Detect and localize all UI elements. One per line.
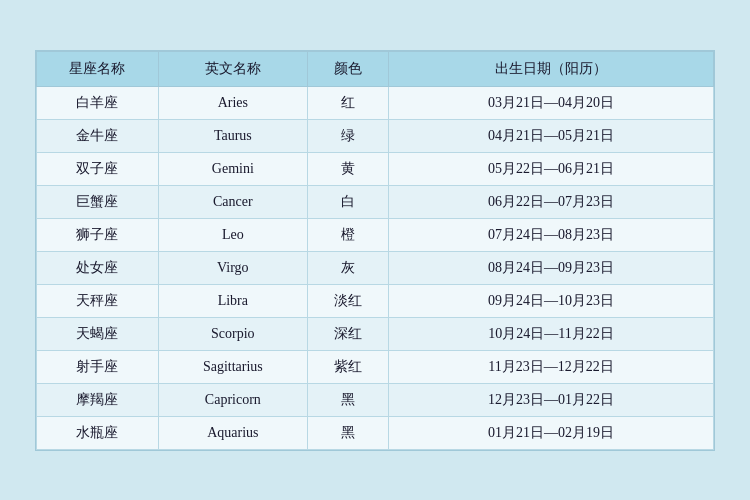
cell-chinese: 射手座 — [37, 350, 159, 383]
table-row: 天蝎座Scorpio深红10月24日—11月22日 — [37, 317, 714, 350]
cell-english: Virgo — [158, 251, 307, 284]
table-row: 天秤座Libra淡红09月24日—10月23日 — [37, 284, 714, 317]
cell-chinese: 摩羯座 — [37, 383, 159, 416]
table-row: 射手座Sagittarius紫红11月23日—12月22日 — [37, 350, 714, 383]
cell-english: Sagittarius — [158, 350, 307, 383]
cell-date: 03月21日—04月20日 — [389, 86, 714, 119]
cell-english: Capricorn — [158, 383, 307, 416]
cell-date: 10月24日—11月22日 — [389, 317, 714, 350]
table-row: 巨蟹座Cancer白06月22日—07月23日 — [37, 185, 714, 218]
table-header-row: 星座名称 英文名称 颜色 出生日期（阳历） — [37, 51, 714, 86]
table-row: 狮子座Leo橙07月24日—08月23日 — [37, 218, 714, 251]
cell-color: 红 — [307, 86, 388, 119]
cell-color: 橙 — [307, 218, 388, 251]
cell-date: 12月23日—01月22日 — [389, 383, 714, 416]
cell-date: 11月23日—12月22日 — [389, 350, 714, 383]
table-row: 双子座Gemini黄05月22日—06月21日 — [37, 152, 714, 185]
header-chinese: 星座名称 — [37, 51, 159, 86]
cell-color: 淡红 — [307, 284, 388, 317]
table-row: 水瓶座Aquarius黑01月21日—02月19日 — [37, 416, 714, 449]
cell-chinese: 金牛座 — [37, 119, 159, 152]
cell-color: 深红 — [307, 317, 388, 350]
table-row: 白羊座Aries红03月21日—04月20日 — [37, 86, 714, 119]
table-row: 摩羯座Capricorn黑12月23日—01月22日 — [37, 383, 714, 416]
cell-color: 白 — [307, 185, 388, 218]
cell-color: 黄 — [307, 152, 388, 185]
cell-chinese: 天蝎座 — [37, 317, 159, 350]
zodiac-table: 星座名称 英文名称 颜色 出生日期（阳历） 白羊座Aries红03月21日—04… — [36, 51, 714, 450]
table-row: 金牛座Taurus绿04月21日—05月21日 — [37, 119, 714, 152]
cell-english: Leo — [158, 218, 307, 251]
cell-date: 05月22日—06月21日 — [389, 152, 714, 185]
cell-chinese: 天秤座 — [37, 284, 159, 317]
cell-chinese: 处女座 — [37, 251, 159, 284]
cell-date: 07月24日—08月23日 — [389, 218, 714, 251]
cell-english: Scorpio — [158, 317, 307, 350]
cell-english: Gemini — [158, 152, 307, 185]
cell-chinese: 巨蟹座 — [37, 185, 159, 218]
cell-color: 灰 — [307, 251, 388, 284]
cell-chinese: 狮子座 — [37, 218, 159, 251]
cell-date: 06月22日—07月23日 — [389, 185, 714, 218]
cell-english: Aquarius — [158, 416, 307, 449]
cell-date: 01月21日—02月19日 — [389, 416, 714, 449]
cell-english: Cancer — [158, 185, 307, 218]
table-row: 处女座Virgo灰08月24日—09月23日 — [37, 251, 714, 284]
cell-date: 09月24日—10月23日 — [389, 284, 714, 317]
zodiac-table-container: 星座名称 英文名称 颜色 出生日期（阳历） 白羊座Aries红03月21日—04… — [35, 50, 715, 451]
cell-color: 黑 — [307, 383, 388, 416]
cell-english: Aries — [158, 86, 307, 119]
cell-chinese: 白羊座 — [37, 86, 159, 119]
cell-english: Libra — [158, 284, 307, 317]
cell-chinese: 双子座 — [37, 152, 159, 185]
header-date: 出生日期（阳历） — [389, 51, 714, 86]
cell-english: Taurus — [158, 119, 307, 152]
cell-color: 紫红 — [307, 350, 388, 383]
table-body: 白羊座Aries红03月21日—04月20日金牛座Taurus绿04月21日—0… — [37, 86, 714, 449]
header-color: 颜色 — [307, 51, 388, 86]
cell-date: 04月21日—05月21日 — [389, 119, 714, 152]
cell-color: 绿 — [307, 119, 388, 152]
header-english: 英文名称 — [158, 51, 307, 86]
cell-date: 08月24日—09月23日 — [389, 251, 714, 284]
cell-color: 黑 — [307, 416, 388, 449]
cell-chinese: 水瓶座 — [37, 416, 159, 449]
